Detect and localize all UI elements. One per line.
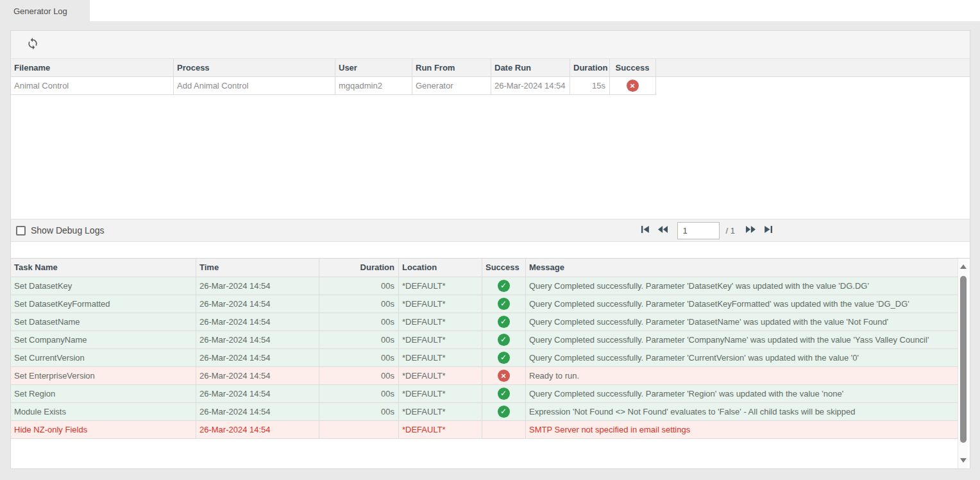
task-log-grid: Task NameTimeDurationLocationSuccessMess… bbox=[11, 258, 970, 468]
task-log-grid-rows: Set DatasetKey26-Mar-2024 14:5400s*DEFAU… bbox=[11, 277, 958, 439]
cell-filename: Animal Control bbox=[11, 77, 174, 95]
previous-page-button[interactable] bbox=[655, 223, 671, 238]
cell-time: 26-Mar-2024 14:54 bbox=[196, 349, 319, 367]
cell-duration: 15s bbox=[570, 77, 610, 95]
table-row[interactable]: Set Region26-Mar-2024 14:5400s*DEFAULT*✓… bbox=[11, 385, 958, 403]
cell-filler bbox=[656, 77, 970, 95]
cell-task-name: Set Region bbox=[11, 385, 196, 403]
table-row[interactable]: Set EnterpriseVersion26-Mar-2024 14:5400… bbox=[11, 367, 958, 385]
task-log-grid-header: Task NameTimeDurationLocationSuccessMess… bbox=[11, 259, 958, 277]
cell-task-name: Hide NZ-only Fields bbox=[11, 421, 196, 439]
cell-time: 26-Mar-2024 14:54 bbox=[196, 367, 319, 385]
success-check-icon: ✓ bbox=[498, 280, 510, 292]
table-row[interactable]: Set CompanyName26-Mar-2024 14:5400s*DEFA… bbox=[11, 331, 958, 349]
table-row[interactable]: Set CurrentVersion26-Mar-2024 14:5400s*D… bbox=[11, 349, 958, 367]
cell-location: *DEFAULT* bbox=[399, 277, 482, 295]
cell-duration: 00s bbox=[319, 277, 399, 295]
cell-time: 26-Mar-2024 14:54 bbox=[196, 313, 319, 331]
cell-time: 26-Mar-2024 14:54 bbox=[196, 331, 319, 349]
cell-location: *DEFAULT* bbox=[399, 349, 482, 367]
cell-message: Expression 'Not Found <> Not Found' eval… bbox=[526, 403, 958, 421]
table-row[interactable]: Set DatasetKey26-Mar-2024 14:5400s*DEFAU… bbox=[11, 277, 958, 295]
show-debug-logs-label: Show Debug Logs bbox=[31, 225, 104, 236]
cell-success: ✓ bbox=[482, 331, 526, 349]
column-header-duration[interactable]: Duration bbox=[570, 59, 610, 77]
cell-duration: 00s bbox=[319, 331, 399, 349]
refresh-button[interactable] bbox=[24, 36, 42, 54]
generator-log-grid: FilenameProcessUserRun FromDate RunDurat… bbox=[11, 59, 970, 219]
column-header-duration[interactable]: Duration bbox=[319, 259, 399, 277]
cell-success: ✓ bbox=[482, 349, 526, 367]
success-check-icon: ✓ bbox=[498, 352, 510, 364]
scroll-up-arrow-icon[interactable] bbox=[960, 264, 967, 269]
error-cross-icon: × bbox=[498, 370, 510, 382]
cell-message: Query Completed successfully. Parameter … bbox=[526, 385, 958, 403]
show-debug-logs-toggle[interactable]: Show Debug Logs bbox=[16, 225, 104, 236]
column-header-success[interactable]: Success bbox=[482, 259, 526, 277]
cell-message: Ready to run. bbox=[526, 367, 958, 385]
cell-date-run: 26-Mar-2024 14:54 bbox=[491, 77, 570, 95]
column-header-process[interactable]: Process bbox=[174, 59, 335, 77]
toolbar bbox=[11, 31, 970, 59]
cell-message: SMTP Server not specified in email setti… bbox=[526, 421, 958, 439]
column-header-time[interactable]: Time bbox=[196, 259, 319, 277]
column-header-filename[interactable]: Filename bbox=[11, 59, 174, 77]
first-page-icon bbox=[639, 223, 651, 237]
generator-log-grid-header: FilenameProcessUserRun FromDate RunDurat… bbox=[11, 59, 970, 77]
cell-process: Add Animal Control bbox=[174, 77, 335, 95]
table-row[interactable]: Hide NZ-only Fields26-Mar-2024 14:54*DEF… bbox=[11, 421, 958, 439]
cell-time: 26-Mar-2024 14:54 bbox=[196, 403, 319, 421]
table-row[interactable]: Set DatasetKeyFormatted26-Mar-2024 14:54… bbox=[11, 295, 958, 313]
column-header-success[interactable]: Success bbox=[610, 59, 656, 77]
cell-time: 26-Mar-2024 14:54 bbox=[196, 385, 319, 403]
vertical-scrollbar[interactable] bbox=[958, 259, 968, 468]
spacer bbox=[11, 242, 970, 258]
cell-task-name: Set EnterpriseVersion bbox=[11, 367, 196, 385]
page-number-input[interactable] bbox=[677, 222, 720, 239]
cell-location: *DEFAULT* bbox=[399, 367, 482, 385]
column-header-date-run[interactable]: Date Run bbox=[491, 59, 570, 77]
tab-generator-log[interactable]: Generator Log bbox=[0, 0, 90, 30]
scroll-down-arrow-icon[interactable] bbox=[960, 458, 967, 463]
cell-success: ✓ bbox=[482, 385, 526, 403]
task-log-grid-viewport: Task NameTimeDurationLocationSuccessMess… bbox=[11, 259, 958, 468]
column-header-message[interactable]: Message bbox=[526, 259, 958, 277]
cell-success: × bbox=[482, 367, 526, 385]
cell-task-name: Set DatasetKey bbox=[11, 277, 196, 295]
table-row[interactable]: Animal ControlAdd Animal Controlmgqadmin… bbox=[11, 77, 970, 95]
pagination: / 1 bbox=[636, 222, 777, 239]
debug-bar: Show Debug Logs / 1 bbox=[11, 219, 970, 242]
column-header-location[interactable]: Location bbox=[399, 259, 482, 277]
scrollbar-thumb[interactable] bbox=[960, 276, 967, 443]
cell-duration: 00s bbox=[319, 313, 399, 331]
column-header-task-name[interactable]: Task Name bbox=[11, 259, 196, 277]
cell-message: Query Completed successfully. Parameter … bbox=[526, 313, 958, 331]
success-check-icon: ✓ bbox=[498, 406, 510, 418]
next-page-button[interactable] bbox=[743, 223, 758, 238]
column-header-user[interactable]: User bbox=[335, 59, 412, 77]
first-page-button[interactable] bbox=[638, 223, 653, 238]
tab-label: Generator Log bbox=[13, 6, 67, 16]
cell-duration: 00s bbox=[319, 385, 399, 403]
cell-task-name: Set CurrentVersion bbox=[11, 349, 196, 367]
cell-location: *DEFAULT* bbox=[399, 421, 482, 439]
cell-user: mgqadmin2 bbox=[335, 77, 412, 95]
table-row[interactable]: Module Exists26-Mar-2024 14:5400s*DEFAUL… bbox=[11, 403, 958, 421]
last-page-button[interactable] bbox=[761, 223, 776, 238]
cell-task-name: Set DatasetName bbox=[11, 313, 196, 331]
cell-location: *DEFAULT* bbox=[399, 385, 482, 403]
generator-log-grid-rows: Animal ControlAdd Animal Controlmgqadmin… bbox=[11, 77, 970, 95]
cell-duration: 00s bbox=[319, 403, 399, 421]
last-page-icon bbox=[763, 223, 775, 237]
cell-message: Query Completed successfully. Parameter … bbox=[526, 331, 958, 349]
cell-message: Query Completed successfully. Parameter … bbox=[526, 277, 958, 295]
cell-duration: 00s bbox=[319, 367, 399, 385]
cell-success: ✓ bbox=[482, 277, 526, 295]
show-debug-logs-checkbox[interactable] bbox=[16, 226, 26, 236]
cell-location: *DEFAULT* bbox=[399, 295, 482, 313]
table-row[interactable]: Set DatasetName26-Mar-2024 14:5400s*DEFA… bbox=[11, 313, 958, 331]
page-body: FilenameProcessUserRun FromDate RunDurat… bbox=[0, 21, 980, 480]
cell-task-name: Set CompanyName bbox=[11, 331, 196, 349]
column-header-run-from[interactable]: Run From bbox=[412, 59, 491, 77]
page-count-label: / 1 bbox=[726, 226, 735, 236]
